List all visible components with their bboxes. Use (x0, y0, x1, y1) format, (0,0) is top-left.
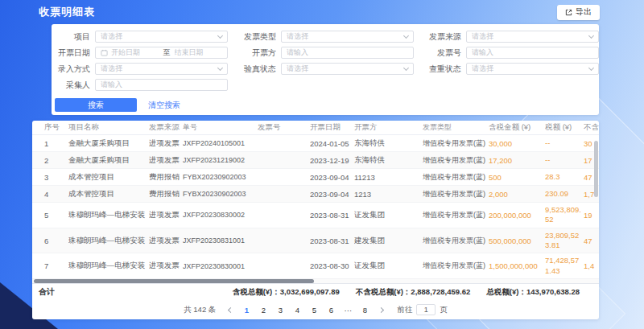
col-header-no: 序号 (32, 122, 68, 133)
page-number-button[interactable]: 8 (360, 306, 369, 315)
goto-page-group: 前往 页 (397, 304, 448, 315)
page-unit-label: 页 (440, 305, 448, 315)
cell-tax: 23,809,523.81 (545, 228, 584, 253)
table-row[interactable]: 6 珠穆朗玛峰—电梯安装 进项发票 JXFP20230831001 2023-0… (32, 228, 599, 254)
summary-row: 合计 含税总额(¥)：3,032,699,097.89不含税总额(¥)：2,88… (32, 283, 599, 300)
table-row[interactable]: 5 珠穆朗玛峰—电梯安装 进项发票 JXFP20230830002 2023-0… (32, 203, 599, 228)
invoice-source-label: 发票来源 (425, 31, 461, 43)
summary-item-value: 2,888,728,459.62 (411, 287, 470, 296)
table-row[interactable]: 2 金融大厦采购项目 进项发票 JXFP20231219002 2023-12-… (32, 152, 599, 169)
cell-date: 2023-09-04 (310, 171, 354, 184)
vertical-scrollbar[interactable] (594, 141, 598, 197)
summary-item-label: 不含税总额(¥)： (356, 287, 411, 296)
cell-type: 增值税专用发票(蓝) (423, 208, 489, 223)
summary-items: 含税总额(¥)：3,032,699,097.89不含税总额(¥)：2,888,7… (233, 287, 580, 298)
table-row[interactable]: 1 金融大厦采购项目 进项发票 JXFP20240105001 2024-01-… (32, 135, 599, 152)
page-number-button[interactable]: 4 (292, 306, 302, 315)
collector-input[interactable]: 请输入 (95, 79, 228, 91)
col-header-amount: 含税金额 (¥) (489, 122, 545, 133)
calendar-icon (101, 49, 108, 56)
page-number-button[interactable]: ··· (343, 306, 353, 315)
cell-no: 5 (32, 208, 68, 222)
cell-order-no: JXFP20230831001 (183, 234, 258, 247)
col-header-date: 开票日期 (310, 122, 354, 133)
cell-project: 珠穆朗玛峰—电梯安装 (68, 208, 149, 223)
invoice-source-select[interactable]: 请选择 (466, 31, 599, 43)
cell-date: 2023-08-31 (310, 234, 354, 248)
dup-check-status-label: 查重状态 (425, 64, 461, 75)
dup-check-status-select[interactable]: 请选择 (466, 63, 599, 75)
invoice-type-label: 发票类型 (241, 31, 276, 43)
issuer-input[interactable]: 请输入 (281, 47, 414, 59)
pagination-total: 共 142 条 (184, 305, 216, 315)
cell-issuer: 东海特供 (354, 136, 423, 151)
invoice-type-select[interactable]: 请选择 (281, 31, 414, 43)
collector-label: 采集人 (52, 80, 90, 91)
project-select[interactable]: 请选择 (95, 31, 228, 43)
horizontal-scrollbar[interactable] (34, 279, 314, 283)
collector-placeholder: 请输入 (101, 80, 222, 90)
chevron-down-icon (403, 64, 409, 70)
cell-amount: 200,000,000 (489, 208, 545, 222)
cell-source: 进项发票 (149, 208, 183, 223)
col-header-source: 发票来源 (149, 122, 183, 133)
cell-source: 费用报销 (149, 170, 183, 185)
cell-type: 增值税专用发票(蓝) (423, 153, 489, 168)
cell-tax: 9,523,809.52 (545, 203, 584, 228)
table-row[interactable]: 3 成本管控项目 费用报销 FYBX20230902003 2023-09-04… (32, 169, 599, 186)
table-row[interactable]: 7 珠穆朗玛峰—电梯安装 进项发票 JXFP20230830001 2023-0… (32, 253, 599, 279)
summary-item-label: 总税额(¥)： (486, 287, 526, 296)
page-number-button[interactable]: 3 (275, 306, 285, 315)
export-label: 导出 (576, 6, 592, 18)
clear-search-button[interactable]: 清空搜索 (148, 100, 180, 111)
cell-amount: 2,000 (489, 187, 545, 201)
page-number-list: 123456···8 (242, 306, 369, 315)
table-row[interactable]: 4 成本管控项目 费用报销 FYBX20230902003 2023-09-04… (32, 186, 599, 203)
pagination-bar: 共 142 条 123456···8 前往 页 (32, 300, 599, 319)
verify-status-select[interactable]: 请选择 (281, 63, 414, 75)
search-button[interactable]: 搜索 (55, 98, 137, 112)
invoice-date-range-picker[interactable]: 开始日期 至 结束日期 (95, 47, 228, 59)
dup-check-status-placeholder: 请选择 (472, 64, 589, 74)
entry-method-label: 录入方式 (52, 64, 90, 75)
cell-date: 2023-12-19 (310, 154, 354, 167)
cell-issuer: 东海特供 (354, 153, 423, 168)
col-header-invoice-no: 发票号 (258, 122, 310, 133)
export-button[interactable]: 导出 (557, 5, 600, 20)
cell-project: 金融大厦采购项目 (68, 153, 149, 168)
prev-page-button[interactable] (226, 305, 234, 315)
invoice-type-placeholder: 请选择 (287, 31, 404, 42)
cell-date: 2024-01-05 (310, 137, 354, 150)
page-number-button[interactable]: 2 (258, 306, 268, 315)
cell-tax: 23,809,523.81 (545, 279, 584, 283)
chevron-down-icon (217, 32, 223, 38)
next-page-button[interactable] (377, 305, 385, 315)
page-title: 收票明细表 (39, 5, 95, 19)
entry-method-select[interactable]: 请选择 (95, 63, 228, 75)
goto-page-input[interactable] (416, 304, 436, 315)
invoice-no-input[interactable]: 请输入 (466, 47, 599, 59)
page-number-button[interactable]: 1 (242, 306, 251, 315)
invoice-no-placeholder: 请输入 (472, 47, 593, 58)
export-icon (565, 9, 572, 16)
chevron-down-icon (217, 64, 223, 70)
cell-order-no: JXFP20230830001 (183, 260, 258, 273)
cell-amount: 500 (489, 171, 545, 184)
col-header-type: 发票类型 (423, 122, 489, 133)
chevron-right-icon (378, 306, 384, 312)
col-header-issuer: 开票方 (354, 122, 423, 133)
page-number-button[interactable]: 6 (326, 306, 336, 315)
col-header-net-clipped: 不含 (584, 122, 599, 133)
cell-date: 2023-09-04 (310, 187, 354, 201)
invoice-no-label: 发票号 (425, 47, 461, 59)
table-body: 1 金融大厦采购项目 进项发票 JXFP20240105001 2024-01-… (32, 135, 599, 283)
cell-amount: 17,200 (489, 154, 545, 167)
page-number-button[interactable]: 5 (309, 306, 319, 315)
entry-method-placeholder: 请选择 (101, 64, 218, 74)
cell-date: 2023-08-30 (310, 259, 354, 273)
cell-tax: -- (545, 153, 584, 167)
col-header-project: 项目名称 (68, 122, 149, 133)
summary-item: 不含税总额(¥)：2,888,728,459.62 (356, 287, 471, 298)
cell-order-no: JXFP20230830002 (183, 208, 258, 221)
cell-type: 增值税专用发票(蓝) (423, 170, 489, 185)
